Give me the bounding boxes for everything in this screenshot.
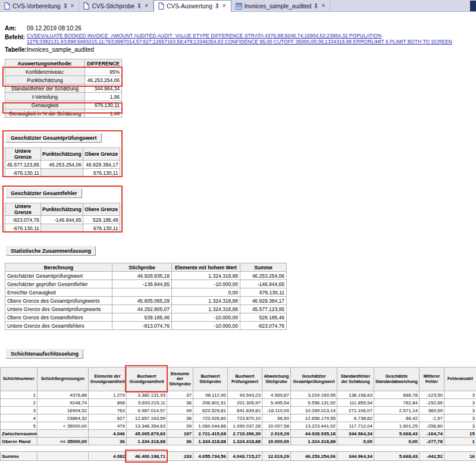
- tab-bar-corner-square: [470, 1, 476, 11]
- cell: 111.859,54: [337, 399, 374, 407]
- close-icon[interactable]: ×: [70, 3, 75, 9]
- section-title-statistische-zusammenfassung: Statistische Zusammenfassung: [6, 246, 96, 256]
- tab-bar: CVS-Vorbereitung × CVS-Stichprobe × CVS-…: [0, 0, 476, 12]
- column-header: Elemente der Grundgesamtheit: [89, 368, 127, 391]
- column-header: Stichprobe: [112, 263, 172, 272]
- cell: -823.074,76: [5, 216, 41, 224]
- table-row: 423864,3262712.657.163,5936723.926,60723…: [1, 414, 476, 422]
- column-header: Buchwert Stichprobe: [193, 368, 228, 391]
- pin-icon[interactable]: [137, 4, 142, 9]
- cell: 344.964,34: [337, 452, 374, 461]
- column-header: Schichtnummer: [1, 368, 37, 391]
- cell: 529.185,46: [240, 313, 287, 322]
- tabelle-value: Invoices_sample_audited: [27, 46, 94, 53]
- column-header: Standardfehler der Schätzung: [337, 368, 374, 391]
- table-row: 14376,881.2793.382.131,933798.112,9093.5…: [1, 391, 476, 399]
- summe-row: Summe4.08246.400.198,712334.055.734,564.…: [1, 452, 476, 461]
- cell: 2.719.396,39: [228, 430, 262, 438]
- cell: 898: [89, 399, 127, 407]
- column-header: Obere Grenze: [83, 203, 120, 216]
- cell: 666,78: [374, 391, 419, 399]
- cell: 3: [444, 422, 476, 430]
- cell: 98.112,90: [193, 391, 228, 399]
- cell: Punktschätzung: [5, 76, 85, 84]
- cell: 49: [167, 407, 193, 414]
- column-header: Obere Grenze: [83, 148, 120, 161]
- cell: -164,74: [419, 430, 444, 438]
- cell: 369,59: [419, 407, 444, 414]
- table-row: -676.130,11676.130,11: [5, 224, 120, 233]
- cell: 1.334.318,88: [127, 438, 167, 445]
- gesamtpruefungswert-table: Untere GrenzePunktschätzungObere Grenze …: [5, 147, 120, 177]
- cell: 2: [1, 399, 37, 407]
- pin-icon[interactable]: [215, 4, 220, 9]
- table-row: Zwischensumme4.04645.065.879,831972.721.…: [1, 430, 476, 438]
- document-icon: [158, 2, 164, 10]
- cell: 117.712,04: [337, 422, 374, 430]
- cell: 2.721.415,68: [193, 430, 228, 438]
- column-header: Geschätzte Standardabweichung: [374, 368, 419, 391]
- cell: 16: [444, 452, 476, 461]
- pin-icon[interactable]: [63, 4, 68, 9]
- cell: 2.019,29: [262, 430, 291, 438]
- cell: 46.253.254,06: [291, 452, 337, 461]
- cell: -1,57: [419, 414, 444, 422]
- column-header: Schichtbegrenzungen: [37, 368, 89, 391]
- cell: -146.944,65: [41, 216, 83, 224]
- column-header: Geschätzter Gesamtprüfungswert: [291, 368, 337, 391]
- tab-cvs-auswertung[interactable]: CVS-Auswertung ×: [154, 0, 231, 12]
- cell: 45.065.879,83: [127, 430, 167, 438]
- cell: 44.928.935,18: [291, 430, 337, 438]
- pin-icon[interactable]: [314, 4, 318, 9]
- cell: 3: [1, 407, 37, 414]
- table-row: Genauigkeit676.130,11: [5, 101, 122, 109]
- cell: 46.253.254,06: [240, 272, 287, 280]
- cell: 44.928.935,18: [112, 272, 172, 280]
- cell: 1.324.318,88: [172, 272, 240, 280]
- cell: 4.569,67: [262, 391, 291, 399]
- befehl-command-link[interactable]: CVSEVALUATE BOOKED INVOICE_AMOUNT AUDITE…: [27, 33, 464, 45]
- cell: 56,50: [262, 414, 291, 422]
- column-header: Fehleranzahl: [444, 368, 476, 391]
- tab-cvs-stichprobe[interactable]: CVS-Stichprobe ×: [79, 1, 154, 11]
- table-row: Geschätzter geprüfter Gesamtfehler-136.9…: [5, 280, 287, 288]
- cell: -123,50: [419, 391, 444, 399]
- close-icon[interactable]: ×: [144, 3, 149, 9]
- section-title-gesamtfehler: Geschätzter Gesamtfehler: [6, 189, 82, 198]
- tab-invoices-sample-audited[interactable]: Invoices_sample_audited ×: [231, 1, 331, 11]
- column-header: Untere Grenze: [5, 148, 41, 161]
- cell: 0,00: [337, 438, 374, 445]
- document-icon: [83, 2, 89, 10]
- cell: [37, 430, 89, 438]
- cell: 46.253.254,06: [41, 161, 83, 169]
- cell: 45.577.123,95: [240, 305, 287, 313]
- cell: 46.929.384,17: [240, 297, 287, 305]
- column-header: Berechnung: [5, 263, 112, 272]
- cell: 95%: [85, 68, 122, 76]
- befehl-label: Befehl:: [5, 34, 25, 40]
- cell: Standardfehler der Schätzung: [5, 84, 85, 93]
- cell: 46.253.254,06: [85, 76, 122, 84]
- cell: -823.074,76: [240, 322, 287, 330]
- close-icon[interactable]: ×: [222, 3, 227, 9]
- cell: 1,46: [85, 109, 122, 118]
- column-header: Summe: [240, 263, 287, 272]
- table-header-row: Untere GrenzePunktschätzungObere Grenze: [5, 203, 120, 216]
- document-icon: [4, 2, 10, 10]
- tab-cvs-vorbereitung[interactable]: CVS-Vorbereitung ×: [0, 1, 79, 11]
- cell: 5.693.215,11: [127, 399, 167, 407]
- table-row: t-Verteilung1,96: [5, 93, 122, 101]
- column-header: Elemente der Stichprobe: [167, 368, 193, 391]
- cell: -277,78: [419, 438, 444, 445]
- cell: 5.495,54: [262, 399, 291, 407]
- cell: 641.639,81: [228, 407, 262, 414]
- table-row: Untere Grenze des Gesamtprüfungswerts44.…: [5, 305, 287, 313]
- cell: 723.870,10: [228, 414, 262, 422]
- table-header-row: SchichtnummerSchichtbegrenzungenElemente…: [1, 368, 476, 391]
- table-row: Geschätzter Gesamtprüfungswert44.928.935…: [5, 272, 287, 280]
- cell: 12.657.163,59: [127, 414, 167, 422]
- close-icon[interactable]: ×: [321, 3, 325, 9]
- cell: 10.000,00: [262, 438, 291, 445]
- gesamtfehler-table: Untere GrenzePunktschätzungObere Grenze …: [5, 203, 120, 233]
- cell: 39: [167, 422, 193, 430]
